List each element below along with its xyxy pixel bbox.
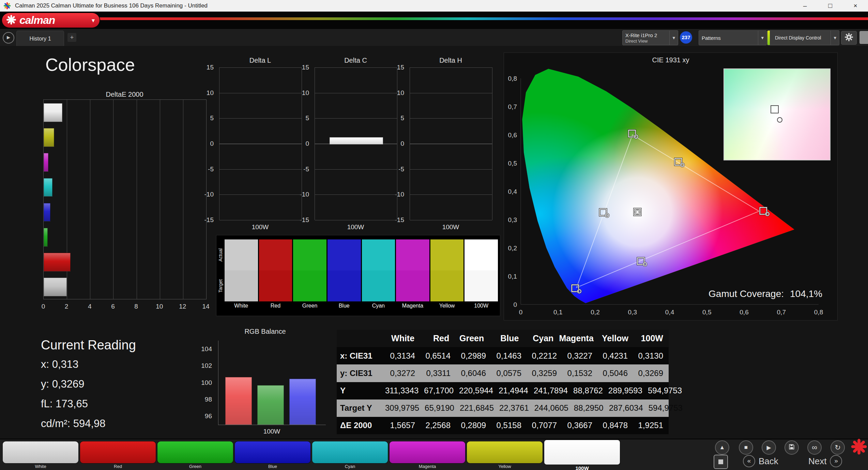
axis-tick-label: 8 (134, 303, 138, 310)
svg-text:0,2: 0,2 (508, 245, 517, 252)
swatch-column-yellow (430, 239, 464, 301)
gear-icon (844, 33, 853, 43)
back-chevron-icon: « (743, 455, 755, 467)
patterns-dropdown[interactable]: Patterns ▾ (699, 30, 767, 45)
pattern-button-green[interactable]: Green (157, 439, 233, 470)
chevron-down-icon: ▾ (758, 31, 764, 45)
swatch-label: Blue (328, 303, 361, 311)
table-cell: 0,5158 (491, 421, 527, 430)
table-cell: 0,3311 (421, 369, 456, 378)
deltae-bar-yellow (44, 128, 54, 147)
swatch-grid (225, 239, 498, 301)
reading-x: x: 0,313 (41, 358, 78, 371)
bottom-bar: WhiteRedGreenBlueCyanMagentaYellow100W ▲… (0, 439, 868, 470)
meter-mode: Direct View (625, 38, 657, 44)
overflow-button[interactable] (859, 31, 868, 44)
table-cell: 88,8762 (573, 386, 608, 395)
svg-text:0,3: 0,3 (628, 309, 637, 316)
delta-l-xlabel: 100W (219, 223, 301, 231)
axis-tick-label: -5 (208, 166, 214, 173)
whitepoint-measured-marker (777, 117, 782, 123)
continuous-measure-button[interactable]: ∞ (807, 440, 822, 455)
window-controls: – □ × (792, 0, 868, 12)
deltae-bar-cyan (44, 178, 52, 197)
swatch-actual (396, 239, 429, 270)
row-label: Y (337, 386, 385, 395)
column-header: Green (455, 333, 489, 343)
pattern-button-white[interactable]: White (3, 439, 78, 470)
brand-label: calman (19, 14, 55, 27)
settings-button[interactable] (841, 31, 857, 45)
deltae-bar-100w (44, 278, 67, 296)
delta-c-title: Delta C (315, 57, 397, 64)
swatch-column-blue (328, 239, 361, 301)
close-button[interactable]: × (843, 0, 868, 12)
play-button[interactable]: ▶ (762, 440, 776, 455)
swatch-actual (465, 239, 498, 270)
add-tab-button[interactable]: + (67, 33, 76, 42)
pattern-button-blue[interactable]: Blue (235, 439, 310, 470)
tab-history-1[interactable]: History 1 (16, 31, 64, 46)
svg-text:0,7: 0,7 (508, 103, 517, 110)
pattern-button-yellow[interactable]: Yellow (467, 439, 543, 470)
svg-text:0: 0 (513, 301, 517, 308)
axis-tick-label: -5 (398, 166, 404, 173)
current-reading-title: Current Reading (41, 338, 136, 352)
pattern-label: Cyan (312, 464, 388, 469)
rgb-balance-chart (218, 341, 326, 425)
table-cell: 0,4231 (598, 351, 633, 361)
pattern-swatch (544, 440, 620, 465)
pattern-window-button[interactable] (714, 455, 728, 469)
pattern-button-100w[interactable]: 100W (544, 439, 620, 470)
table-cell: 0,6046 (456, 369, 491, 378)
save-button[interactable] (785, 440, 799, 455)
minimize-button[interactable]: – (792, 0, 818, 12)
pattern-label: Yellow (467, 464, 543, 469)
swatch-actual (328, 239, 361, 270)
history-nav-button[interactable]: ▶ (3, 32, 14, 44)
gridline (315, 169, 397, 170)
gridline (183, 100, 183, 299)
back-button[interactable]: « Back (743, 455, 778, 468)
axis-tick-label: 6 (111, 303, 115, 310)
pattern-patch-row: WhiteRedGreenBlueCyanMagentaYellow100W (0, 439, 868, 470)
axis-tick-label: 0 (210, 140, 214, 147)
pattern-button-magenta[interactable]: Magenta (390, 439, 465, 470)
table-cell: 0,3272 (385, 369, 421, 378)
axis-tick-label: 102 (201, 362, 212, 370)
table-cell: 1,5657 (385, 421, 421, 430)
axis-tick-label: 14 (202, 303, 209, 310)
svg-text:0,4: 0,4 (508, 188, 517, 195)
next-button[interactable]: Next » (808, 455, 842, 468)
pattern-swatch (390, 441, 465, 463)
swatch-column-red (259, 239, 292, 301)
delta-h-chart (410, 67, 492, 220)
display-control-dropdown[interactable]: Direct Display Control ▾ (767, 30, 839, 45)
eject-button[interactable]: ▲ (715, 440, 729, 455)
deltae-chart-title: DeltaE 2000 (43, 91, 206, 98)
gridline (315, 118, 397, 119)
svg-text:0,1: 0,1 (508, 273, 517, 280)
pattern-swatch (467, 441, 543, 463)
maximize-button[interactable]: □ (818, 0, 843, 12)
pattern-button-cyan[interactable]: Cyan (312, 439, 388, 470)
table-cell: 1,9251 (633, 421, 669, 430)
pattern-window-badge[interactable]: 237 (680, 31, 692, 44)
delta-l-y-axis: 151050-5-10-15 (197, 67, 216, 220)
table-cell: 21,4944 (499, 386, 534, 395)
delta-l-title: Delta L (219, 57, 301, 64)
stop-button[interactable]: ■ (739, 440, 753, 455)
pattern-label: Magenta (390, 464, 465, 469)
chevron-down-icon: ▾ (831, 31, 836, 45)
actual-row-label: Actual (217, 239, 224, 270)
meter-dropdown[interactable]: X-Rite i1Pro 2 Direct View ▾ (622, 30, 678, 45)
pattern-button-red[interactable]: Red (80, 439, 156, 470)
svg-text:0,5: 0,5 (508, 160, 517, 167)
refresh-button[interactable]: ↻ (831, 440, 845, 455)
table-header-row: WhiteRedGreenBlueCyanMagentaYellow100W (337, 330, 669, 347)
calman-menu-button[interactable]: calman ▾ (2, 13, 100, 28)
display-control-label: Direct Display Control (775, 35, 821, 41)
reading-fl: fL: 173,65 (41, 398, 88, 410)
swatch-target (259, 270, 292, 301)
chevron-down-icon: ▾ (92, 17, 95, 24)
